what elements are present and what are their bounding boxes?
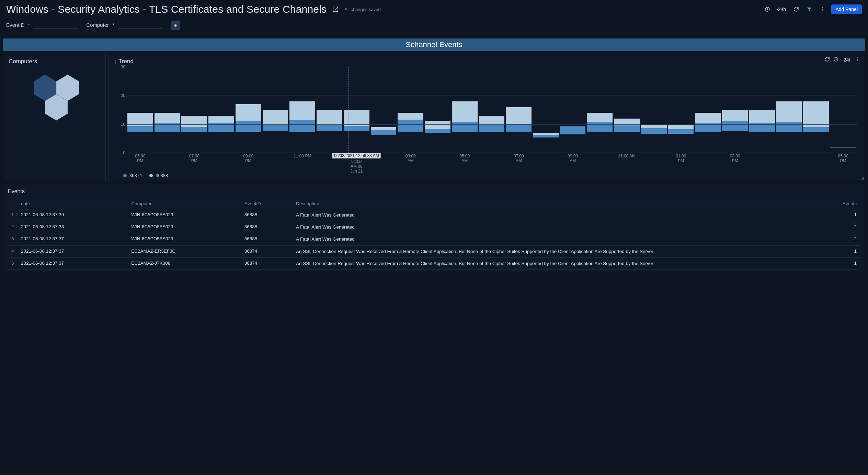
- filter-computer-input[interactable]: [118, 22, 162, 29]
- svg-point-10: [857, 60, 858, 61]
- cell-date: 2021-06-08 12:37:37: [18, 245, 128, 257]
- bar[interactable]: [317, 67, 342, 153]
- time-range-selector[interactable]: -24h: [776, 7, 786, 12]
- bar[interactable]: [289, 67, 315, 153]
- clock-icon[interactable]: [763, 5, 772, 13]
- bar[interactable]: [398, 67, 423, 153]
- bar[interactable]: [371, 67, 397, 153]
- trend-chart[interactable]: 0102030 05:00PM07:00PM09:00PM11:00 PM06/…: [115, 67, 859, 170]
- refresh-icon[interactable]: [825, 57, 830, 63]
- bar[interactable]: [614, 67, 640, 153]
- bar[interactable]: [830, 67, 856, 153]
- col-date[interactable]: date: [18, 198, 128, 209]
- legend-item[interactable]: 36888: [149, 173, 168, 178]
- refresh-icon[interactable]: [792, 5, 800, 13]
- bar[interactable]: [263, 67, 288, 153]
- trend-time-range[interactable]: -24h: [842, 57, 852, 63]
- cell-computer: WIN-6C5PO5FS029: [128, 209, 241, 221]
- drag-handle-icon[interactable]: ||: [115, 59, 116, 64]
- bar[interactable]: [749, 67, 775, 153]
- page-title: Windows - Security Analytics - TLS Certi…: [6, 3, 327, 15]
- table-row[interactable]: 22021-06-08 12:37:38WIN-6C5PO5FS02936888…: [8, 221, 860, 233]
- bar[interactable]: [344, 67, 369, 153]
- table-row[interactable]: 52021-06-08 12:37:37EC2AMAZ-J7K308I36874…: [8, 257, 860, 269]
- bar[interactable]: [803, 67, 829, 153]
- bar[interactable]: [587, 67, 613, 153]
- col-description[interactable]: Description: [293, 198, 839, 209]
- resize-handle-icon[interactable]: ◢: [861, 175, 864, 180]
- svg-point-8: [857, 57, 858, 58]
- top-header: Windows - Security Analytics - TLS Certi…: [0, 0, 868, 17]
- x-tick: 09:00AM: [568, 154, 578, 163]
- table-row[interactable]: 32021-06-08 12:37:37WIN-6C5PO5FS02936888…: [8, 233, 860, 245]
- bar[interactable]: [425, 67, 450, 153]
- bar[interactable]: [641, 67, 667, 153]
- x-tick: 03:00AM: [406, 154, 416, 163]
- cell-events: 2: [839, 233, 860, 245]
- bar[interactable]: [181, 67, 207, 153]
- saved-status: All changes saved: [344, 7, 381, 12]
- cell-description: An SSL Connection Request Was Received F…: [293, 257, 839, 269]
- table-row[interactable]: 12021-06-08 12:37:39WIN-6C5PO5FS02936888…: [8, 209, 860, 221]
- table-row[interactable]: 42021-06-08 12:37:37EC2AMAZ-ER3EF3C36874…: [8, 245, 860, 257]
- svg-point-2: [822, 9, 823, 10]
- bar[interactable]: [236, 67, 261, 153]
- bar[interactable]: [155, 67, 180, 153]
- bar[interactable]: [776, 67, 802, 153]
- trend-legend: 36874 36888: [115, 170, 859, 178]
- cell-events: 1: [839, 209, 860, 221]
- row-index: 1: [8, 209, 18, 221]
- bar[interactable]: [452, 67, 478, 153]
- add-panel-button[interactable]: Add Panel: [831, 4, 862, 14]
- filter-eventid-input[interactable]: [33, 22, 78, 29]
- section-banner: Schannel Events: [3, 38, 865, 51]
- bar[interactable]: [668, 67, 694, 153]
- add-filter-button[interactable]: [171, 21, 180, 30]
- cell-computer: WIN-6C5PO5FS029: [128, 221, 241, 233]
- x-tick: 01:00PM: [676, 154, 686, 163]
- cell-computer: EC2AMAZ-ER3EF3C: [128, 245, 241, 257]
- bar[interactable]: [560, 67, 586, 153]
- computers-panel-title: Computers: [9, 58, 100, 65]
- filter-bar: EventID * Computer *: [0, 17, 868, 36]
- table-header-row: date Computer EventID Description Events: [8, 198, 860, 209]
- filter-icon[interactable]: [805, 5, 813, 13]
- cell-date: 2021-06-08 12:37:37: [18, 257, 128, 269]
- x-tick: 07:00PM: [189, 154, 199, 163]
- bar[interactable]: [208, 67, 234, 153]
- cell-computer: EC2AMAZ-J7K308I: [128, 257, 241, 269]
- col-eventid[interactable]: EventID: [241, 198, 293, 209]
- bar[interactable]: [533, 67, 559, 153]
- cell-eventid: 36888: [241, 209, 293, 221]
- bar[interactable]: [127, 67, 153, 153]
- legend-item[interactable]: 36874: [123, 173, 142, 178]
- cell-date: 2021-06-08 12:37:38: [18, 221, 128, 233]
- svg-point-3: [822, 11, 823, 11]
- kebab-menu-icon[interactable]: [818, 5, 826, 13]
- filter-eventid-wildcard: *: [28, 22, 30, 28]
- bar[interactable]: [695, 67, 721, 153]
- svg-marker-6: [45, 94, 68, 120]
- col-events[interactable]: Events: [839, 198, 860, 209]
- x-tick: 07:00AM: [514, 154, 524, 163]
- cell-eventid: 36874: [241, 245, 293, 257]
- cell-date: 2021-06-08 12:37:39: [18, 209, 128, 221]
- legend-label: 36874: [129, 173, 142, 178]
- hex-chart[interactable]: [20, 74, 89, 129]
- cell-date: 2021-06-08 12:37:37: [18, 233, 128, 245]
- filter-eventid-label: EventID: [6, 22, 24, 28]
- cell-description: An SSL Connection Request Was Received F…: [293, 245, 839, 257]
- col-computer[interactable]: Computer: [128, 198, 241, 209]
- share-icon[interactable]: [331, 5, 340, 13]
- x-tick: 09:00PM: [243, 154, 253, 163]
- x-tick: 11:00 PM: [294, 154, 311, 158]
- bar[interactable]: [506, 67, 532, 153]
- cell-events: 1: [839, 257, 860, 269]
- filter-computer-wildcard: *: [112, 22, 114, 28]
- kebab-menu-icon[interactable]: [855, 57, 860, 63]
- bar[interactable]: [479, 67, 505, 153]
- bar[interactable]: [722, 67, 748, 153]
- cell-description: A Fatal Alert Was Generated: [293, 209, 839, 221]
- clock-icon[interactable]: [833, 57, 838, 63]
- y-tick: 10: [121, 122, 125, 127]
